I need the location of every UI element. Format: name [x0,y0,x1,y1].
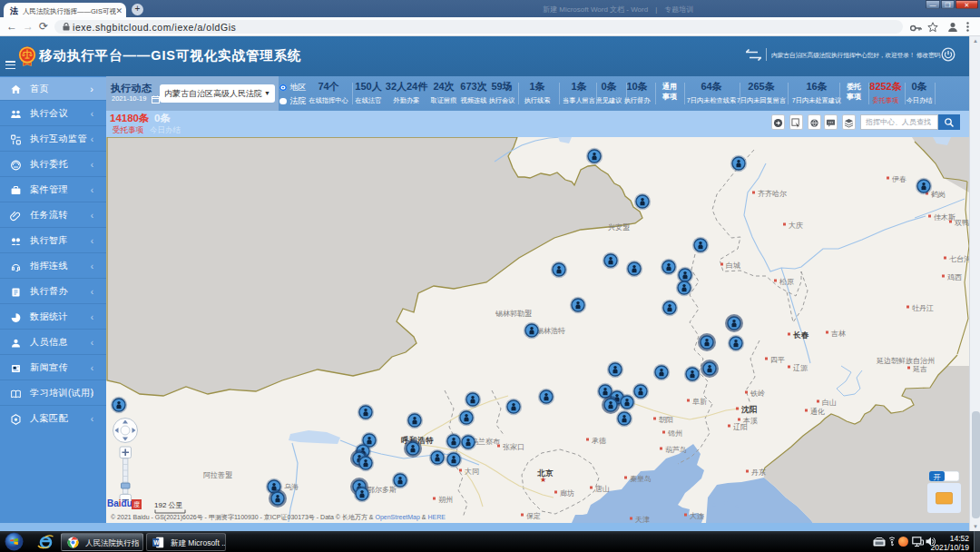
svg-text:廊坊: 廊坊 [560,489,574,498]
svg-text:鹤岗: 鹤岗 [931,190,946,199]
svg-text:延吉: 延吉 [912,365,927,373]
svg-text:四平: 四平 [770,356,785,364]
svg-text:丹东: 丹东 [751,468,766,477]
svg-text:阜新: 阜新 [692,398,707,406]
svg-text:牡丹江: 牡丹江 [912,304,934,312]
svg-text:齐齐哈尔: 齐齐哈尔 [758,190,787,198]
svg-text:鄂尔多斯: 鄂尔多斯 [368,486,397,494]
svg-text:兴安盟: 兴安盟 [608,223,630,232]
svg-text:阿拉善盟: 阿拉善盟 [203,471,232,479]
svg-text:沈阳: 沈阳 [740,405,758,414]
svg-text:度: 度 [133,501,140,508]
svg-text:★: ★ [540,476,546,484]
svg-text:承德: 承德 [591,437,606,445]
svg-text:吉林: 吉林 [831,330,846,338]
svg-text:开: 开 [934,473,941,481]
svg-text:延边朝鲜族自治州: 延边朝鲜族自治州 [876,357,935,365]
svg-text:松原: 松原 [779,278,794,286]
svg-text:大连: 大连 [690,512,704,520]
svg-text:铁岭: 铁岭 [750,389,765,398]
svg-text:通化: 通化 [810,407,825,416]
svg-text:秦皇岛: 秦皇岛 [630,475,652,483]
svg-text:W: W [153,539,160,546]
svg-text:朝阳: 朝阳 [659,416,673,424]
svg-text:唐山: 唐山 [595,485,610,493]
svg-text:保定: 保定 [526,512,541,520]
svg-text:大庆: 大庆 [789,222,803,230]
svg-text:张家口: 张家口 [503,443,524,451]
svg-text:伊春: 伊春 [892,175,906,183]
svg-text:乌海: 乌海 [284,483,299,491]
svg-text:辽源: 辽源 [793,363,808,372]
svg-text:大同: 大同 [465,468,479,476]
svg-text:辽阳: 辽阳 [733,422,748,431]
svg-text:锦州: 锦州 [667,429,682,438]
svg-text:192 公里: 192 公里 [154,501,183,509]
svg-text:朔州: 朔州 [438,496,453,504]
svg-text:七台河: 七台河 [949,255,971,263]
svg-text:白山: 白山 [822,399,837,407]
svg-text:葫芦岛: 葫芦岛 [665,446,687,454]
svg-text:Baidu: Baidu [107,498,132,508]
svg-text:佳木斯: 佳木斯 [934,213,956,222]
svg-text:鸡西: 鸡西 [946,273,962,281]
svg-text:锡林郭勒盟: 锡林郭勒盟 [495,310,532,318]
svg-text:白城: 白城 [726,261,740,270]
svg-text:© 2021 Baidu - GS(2021)6026号 -: © 2021 Baidu - GS(2021)6026号 - 甲测资字11009… [111,513,446,521]
svg-text:长春: 长春 [793,330,809,340]
